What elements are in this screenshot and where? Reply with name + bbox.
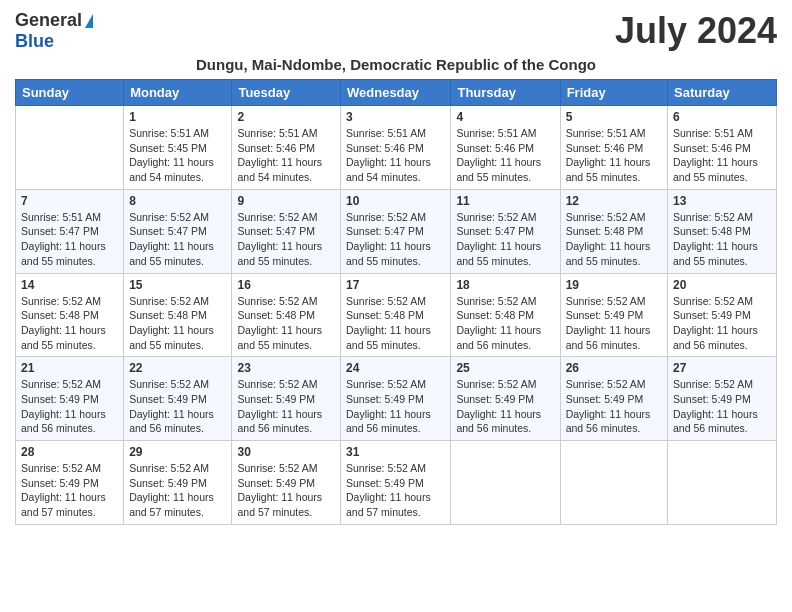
cell-details: Sunrise: 5:52 AMSunset: 5:48 PMDaylight:…	[346, 294, 445, 353]
day-number: 11	[456, 194, 554, 208]
header-thursday: Thursday	[451, 80, 560, 106]
header-monday: Monday	[124, 80, 232, 106]
day-number: 2	[237, 110, 335, 124]
calendar-cell	[668, 441, 777, 525]
calendar-cell: 3Sunrise: 5:51 AMSunset: 5:46 PMDaylight…	[341, 106, 451, 190]
cell-details: Sunrise: 5:52 AMSunset: 5:49 PMDaylight:…	[129, 461, 226, 520]
cell-details: Sunrise: 5:51 AMSunset: 5:46 PMDaylight:…	[346, 126, 445, 185]
calendar-cell: 16Sunrise: 5:52 AMSunset: 5:48 PMDayligh…	[232, 273, 341, 357]
day-number: 23	[237, 361, 335, 375]
day-number: 1	[129, 110, 226, 124]
day-number: 25	[456, 361, 554, 375]
calendar-week-row: 14Sunrise: 5:52 AMSunset: 5:48 PMDayligh…	[16, 273, 777, 357]
day-number: 16	[237, 278, 335, 292]
day-number: 28	[21, 445, 118, 459]
day-number: 22	[129, 361, 226, 375]
day-number: 8	[129, 194, 226, 208]
calendar-cell: 13Sunrise: 5:52 AMSunset: 5:48 PMDayligh…	[668, 189, 777, 273]
calendar-cell: 22Sunrise: 5:52 AMSunset: 5:49 PMDayligh…	[124, 357, 232, 441]
day-number: 26	[566, 361, 662, 375]
calendar-cell	[451, 441, 560, 525]
calendar-cell: 10Sunrise: 5:52 AMSunset: 5:47 PMDayligh…	[341, 189, 451, 273]
calendar-cell: 18Sunrise: 5:52 AMSunset: 5:48 PMDayligh…	[451, 273, 560, 357]
logo: General Blue	[15, 10, 93, 52]
calendar-cell: 9Sunrise: 5:52 AMSunset: 5:47 PMDaylight…	[232, 189, 341, 273]
cell-details: Sunrise: 5:52 AMSunset: 5:49 PMDaylight:…	[346, 461, 445, 520]
cell-details: Sunrise: 5:52 AMSunset: 5:48 PMDaylight:…	[673, 210, 771, 269]
cell-details: Sunrise: 5:52 AMSunset: 5:49 PMDaylight:…	[566, 294, 662, 353]
cell-details: Sunrise: 5:52 AMSunset: 5:49 PMDaylight:…	[129, 377, 226, 436]
cell-details: Sunrise: 5:52 AMSunset: 5:49 PMDaylight:…	[237, 461, 335, 520]
day-number: 17	[346, 278, 445, 292]
day-number: 6	[673, 110, 771, 124]
cell-details: Sunrise: 5:52 AMSunset: 5:49 PMDaylight:…	[21, 461, 118, 520]
header: General Blue July 2024	[15, 10, 777, 52]
calendar-cell: 24Sunrise: 5:52 AMSunset: 5:49 PMDayligh…	[341, 357, 451, 441]
cell-details: Sunrise: 5:52 AMSunset: 5:47 PMDaylight:…	[346, 210, 445, 269]
day-number: 3	[346, 110, 445, 124]
calendar-cell: 6Sunrise: 5:51 AMSunset: 5:46 PMDaylight…	[668, 106, 777, 190]
calendar-cell: 23Sunrise: 5:52 AMSunset: 5:49 PMDayligh…	[232, 357, 341, 441]
calendar-cell: 26Sunrise: 5:52 AMSunset: 5:49 PMDayligh…	[560, 357, 667, 441]
cell-details: Sunrise: 5:51 AMSunset: 5:46 PMDaylight:…	[237, 126, 335, 185]
calendar-cell: 14Sunrise: 5:52 AMSunset: 5:48 PMDayligh…	[16, 273, 124, 357]
day-number: 29	[129, 445, 226, 459]
calendar-cell: 5Sunrise: 5:51 AMSunset: 5:46 PMDaylight…	[560, 106, 667, 190]
cell-details: Sunrise: 5:52 AMSunset: 5:47 PMDaylight:…	[456, 210, 554, 269]
calendar-cell: 19Sunrise: 5:52 AMSunset: 5:49 PMDayligh…	[560, 273, 667, 357]
calendar-cell: 25Sunrise: 5:52 AMSunset: 5:49 PMDayligh…	[451, 357, 560, 441]
day-number: 4	[456, 110, 554, 124]
day-number: 12	[566, 194, 662, 208]
cell-details: Sunrise: 5:52 AMSunset: 5:49 PMDaylight:…	[456, 377, 554, 436]
day-number: 21	[21, 361, 118, 375]
calendar-cell: 21Sunrise: 5:52 AMSunset: 5:49 PMDayligh…	[16, 357, 124, 441]
calendar-cell: 8Sunrise: 5:52 AMSunset: 5:47 PMDaylight…	[124, 189, 232, 273]
cell-details: Sunrise: 5:51 AMSunset: 5:46 PMDaylight:…	[566, 126, 662, 185]
cell-details: Sunrise: 5:52 AMSunset: 5:49 PMDaylight:…	[237, 377, 335, 436]
header-saturday: Saturday	[668, 80, 777, 106]
calendar-week-row: 21Sunrise: 5:52 AMSunset: 5:49 PMDayligh…	[16, 357, 777, 441]
logo-blue: Blue	[15, 31, 54, 51]
day-number: 31	[346, 445, 445, 459]
calendar-cell	[560, 441, 667, 525]
day-number: 10	[346, 194, 445, 208]
calendar-cell: 2Sunrise: 5:51 AMSunset: 5:46 PMDaylight…	[232, 106, 341, 190]
calendar-cell: 12Sunrise: 5:52 AMSunset: 5:48 PMDayligh…	[560, 189, 667, 273]
cell-details: Sunrise: 5:52 AMSunset: 5:48 PMDaylight:…	[21, 294, 118, 353]
logo-triangle-icon	[85, 14, 93, 28]
cell-details: Sunrise: 5:52 AMSunset: 5:49 PMDaylight:…	[21, 377, 118, 436]
cell-details: Sunrise: 5:52 AMSunset: 5:48 PMDaylight:…	[566, 210, 662, 269]
day-number: 20	[673, 278, 771, 292]
day-number: 24	[346, 361, 445, 375]
day-number: 15	[129, 278, 226, 292]
calendar-cell: 1Sunrise: 5:51 AMSunset: 5:45 PMDaylight…	[124, 106, 232, 190]
calendar-cell: 29Sunrise: 5:52 AMSunset: 5:49 PMDayligh…	[124, 441, 232, 525]
calendar-header-row: SundayMondayTuesdayWednesdayThursdayFrid…	[16, 80, 777, 106]
cell-details: Sunrise: 5:51 AMSunset: 5:45 PMDaylight:…	[129, 126, 226, 185]
calendar-cell: 11Sunrise: 5:52 AMSunset: 5:47 PMDayligh…	[451, 189, 560, 273]
cell-details: Sunrise: 5:52 AMSunset: 5:49 PMDaylight:…	[673, 294, 771, 353]
day-number: 13	[673, 194, 771, 208]
header-wednesday: Wednesday	[341, 80, 451, 106]
cell-details: Sunrise: 5:52 AMSunset: 5:49 PMDaylight:…	[673, 377, 771, 436]
subtitle: Dungu, Mai-Ndombe, Democratic Republic o…	[15, 56, 777, 73]
header-friday: Friday	[560, 80, 667, 106]
day-number: 18	[456, 278, 554, 292]
calendar-cell	[16, 106, 124, 190]
day-number: 19	[566, 278, 662, 292]
day-number: 5	[566, 110, 662, 124]
cell-details: Sunrise: 5:52 AMSunset: 5:48 PMDaylight:…	[237, 294, 335, 353]
month-title: July 2024	[615, 10, 777, 52]
calendar-cell: 31Sunrise: 5:52 AMSunset: 5:49 PMDayligh…	[341, 441, 451, 525]
calendar-week-row: 7Sunrise: 5:51 AMSunset: 5:47 PMDaylight…	[16, 189, 777, 273]
calendar-cell: 7Sunrise: 5:51 AMSunset: 5:47 PMDaylight…	[16, 189, 124, 273]
calendar-week-row: 1Sunrise: 5:51 AMSunset: 5:45 PMDaylight…	[16, 106, 777, 190]
day-number: 27	[673, 361, 771, 375]
day-number: 9	[237, 194, 335, 208]
calendar-cell: 28Sunrise: 5:52 AMSunset: 5:49 PMDayligh…	[16, 441, 124, 525]
cell-details: Sunrise: 5:52 AMSunset: 5:47 PMDaylight:…	[237, 210, 335, 269]
day-number: 14	[21, 278, 118, 292]
calendar-cell: 20Sunrise: 5:52 AMSunset: 5:49 PMDayligh…	[668, 273, 777, 357]
cell-details: Sunrise: 5:52 AMSunset: 5:49 PMDaylight:…	[566, 377, 662, 436]
cell-details: Sunrise: 5:51 AMSunset: 5:46 PMDaylight:…	[456, 126, 554, 185]
